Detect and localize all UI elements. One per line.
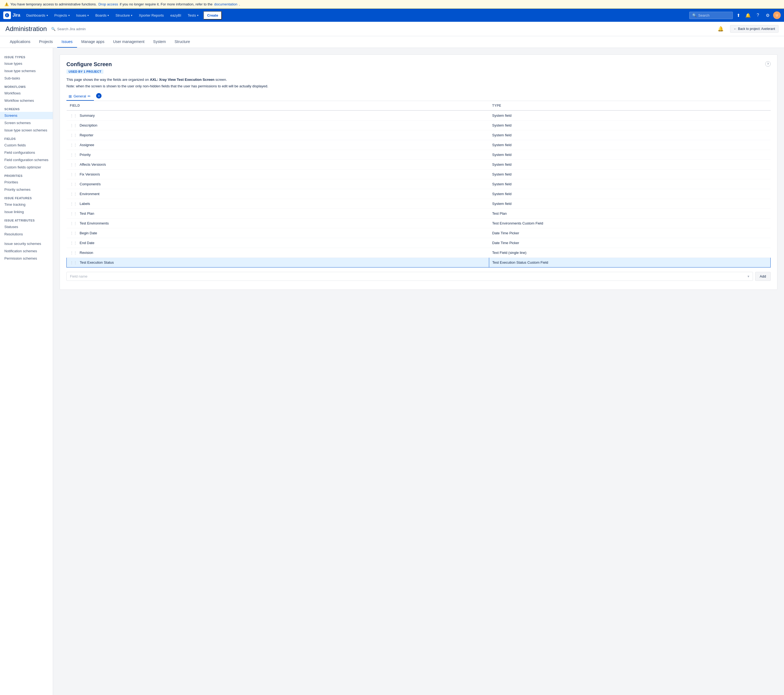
- drag-handle-icon[interactable]: ⋮⋮: [70, 113, 77, 118]
- field-name-cell: ⋮⋮ Priority: [67, 150, 489, 159]
- add-field-button[interactable]: Add: [755, 272, 771, 281]
- field-name-cell: ⋮⋮ Environment: [67, 189, 489, 199]
- table-row: ⋮⋮ Fix Version/s System field: [67, 169, 771, 179]
- tests-chevron-icon: ▾: [197, 14, 198, 17]
- table-row: ⋮⋮ Component/s System field: [67, 179, 771, 189]
- sidebar-section-title-workflows: WORKFLOWS: [0, 82, 53, 90]
- drag-handle-icon[interactable]: ⋮⋮: [70, 251, 77, 255]
- sidebar-item-screens[interactable]: Screens: [0, 112, 53, 119]
- table-row: ⋮⋮ Reporter System field: [67, 130, 771, 140]
- boards-chevron-icon: ▾: [107, 14, 109, 17]
- sidebar-item-statuses[interactable]: Statuses: [0, 223, 53, 230]
- edit-pencil-icon[interactable]: ✏: [88, 94, 91, 98]
- sidebar-item-resolutions[interactable]: Resolutions: [0, 230, 53, 238]
- field-name-cell: ⋮⋮ Revision: [67, 248, 489, 258]
- sidebar-item-notification-schemes[interactable]: Notification schemes: [0, 247, 53, 255]
- nav-item-xporter[interactable]: Xporter Reports: [136, 9, 166, 22]
- sidebar-item-field-configuration-schemes[interactable]: Field configuration schemes: [0, 156, 53, 164]
- documentation-link[interactable]: documentation: [214, 2, 237, 6]
- sidebar-item-workflow-schemes[interactable]: Workflow schemes: [0, 97, 53, 104]
- sidebar-section-issue-features: ISSUE FEATURES Time tracking Issue linki…: [0, 193, 53, 215]
- content-area: Configure Screen USED BY 1 PROJECT ? Thi…: [53, 48, 784, 695]
- tab-issues[interactable]: Issues: [57, 36, 77, 48]
- nav-item-issues[interactable]: Issues ▾: [74, 9, 92, 22]
- sidebar-item-time-tracking[interactable]: Time tracking: [0, 201, 53, 208]
- tab-projects[interactable]: Projects: [35, 36, 58, 48]
- nav-item-dashboards[interactable]: Dashboards ▾: [23, 9, 50, 22]
- nav-logo[interactable]: Jira: [3, 12, 20, 19]
- sidebar-section-issue-types: ISSUE TYPES Issue types Issue type schem…: [0, 52, 53, 82]
- drag-handle-icon[interactable]: ⋮⋮: [70, 231, 77, 235]
- field-type-cell: System field: [489, 130, 771, 140]
- field-type-cell: System field: [489, 199, 771, 209]
- field-name: Assignee: [80, 143, 94, 147]
- back-to-project-button[interactable]: ← Back to project: Axelerant: [730, 25, 779, 33]
- tab-manage-apps[interactable]: Manage apps: [77, 36, 109, 48]
- create-button[interactable]: Create: [203, 11, 222, 20]
- drag-handle-icon[interactable]: ⋮⋮: [70, 182, 77, 186]
- general-tab[interactable]: ⊞ General ✏: [66, 92, 94, 101]
- sidebar-item-priorities[interactable]: Priorities: [0, 179, 53, 186]
- table-row: ⋮⋮ Revision Text Field (single line): [67, 248, 771, 258]
- field-name: Begin Date: [80, 231, 97, 235]
- drag-handle-icon[interactable]: ⋮⋮: [70, 172, 77, 176]
- field-name-select[interactable]: Field name ▾: [66, 272, 753, 281]
- admin-header: Administration 🔍 Search Jira admin 🔔 ← B…: [0, 22, 784, 36]
- drag-handle-icon[interactable]: ⋮⋮: [70, 153, 77, 157]
- table-row: ⋮⋮ Test Environments Test Environments C…: [67, 218, 771, 228]
- admin-search[interactable]: 🔍 Search Jira admin: [51, 27, 86, 31]
- upload-icon[interactable]: ⬆: [734, 11, 743, 20]
- sidebar-item-custom-fields[interactable]: Custom fields: [0, 141, 53, 149]
- drag-handle-icon[interactable]: ⋮⋮: [70, 192, 77, 196]
- sidebar-item-screen-schemes[interactable]: Screen schemes: [0, 119, 53, 127]
- warning-end: .: [239, 2, 240, 6]
- sidebar-item-issue-types[interactable]: Issue types: [0, 60, 53, 67]
- notification-icon[interactable]: 🔔: [744, 11, 753, 20]
- field-name: Test Plan: [80, 212, 94, 215]
- drag-handle-icon[interactable]: ⋮⋮: [70, 123, 77, 127]
- sidebar-item-permission-schemes[interactable]: Permission schemes: [0, 255, 53, 262]
- nav-search[interactable]: 🔍 Search: [689, 12, 733, 19]
- drag-handle-icon[interactable]: ⋮⋮: [70, 133, 77, 137]
- sidebar-item-issue-type-screen-schemes[interactable]: Issue type screen schemes: [0, 127, 53, 134]
- field-name: Labels: [80, 202, 90, 206]
- settings-icon[interactable]: ⚙: [763, 11, 772, 20]
- drag-handle-icon[interactable]: ⋮⋮: [70, 212, 77, 215]
- nav-item-tests[interactable]: Tests ▾: [185, 9, 201, 22]
- drag-handle-icon[interactable]: ⋮⋮: [70, 143, 77, 147]
- sidebar-item-issue-linking[interactable]: Issue linking: [0, 208, 53, 215]
- tab-structure[interactable]: Structure: [170, 36, 194, 48]
- sidebar-item-custom-fields-optimizer[interactable]: Custom fields optimizer: [0, 164, 53, 171]
- tab-system[interactable]: System: [149, 36, 170, 48]
- sidebar-item-issue-security-schemes[interactable]: Issue security schemes: [0, 240, 53, 247]
- nav-item-boards[interactable]: Boards ▾: [92, 9, 112, 22]
- table-row: ⋮⋮ Summary System field: [67, 110, 771, 120]
- sidebar-item-workflows[interactable]: Workflows: [0, 90, 53, 97]
- table-row: ⋮⋮ Begin Date Date Time Picker: [67, 228, 771, 238]
- nav-item-projects[interactable]: Projects ▾: [52, 9, 72, 22]
- field-type-cell: System field: [489, 140, 771, 150]
- sidebar-item-sub-tasks[interactable]: Sub-tasks: [0, 75, 53, 82]
- add-tab-button[interactable]: +: [96, 93, 102, 99]
- field-type-cell: Test Plan: [489, 209, 771, 218]
- drag-handle-icon[interactable]: ⋮⋮: [70, 221, 77, 225]
- sidebar-item-priority-schemes[interactable]: Priority schemes: [0, 186, 53, 193]
- admin-notification-icon[interactable]: 🔔: [718, 26, 723, 32]
- user-avatar[interactable]: U: [773, 12, 781, 19]
- warning-middle: if you no longer require it. For more in…: [120, 2, 212, 6]
- field-name: Test Execution Status: [80, 260, 114, 265]
- drag-handle-icon[interactable]: ⋮⋮: [70, 163, 77, 166]
- nav-item-structure[interactable]: Structure ▾: [113, 9, 135, 22]
- drag-handle-icon[interactable]: ⋮⋮: [70, 202, 77, 206]
- drag-handle-icon[interactable]: ⋮⋮: [70, 241, 77, 245]
- configure-screen-help-icon[interactable]: ?: [765, 61, 771, 67]
- table-row: ⋮⋮ Labels System field: [67, 199, 771, 209]
- help-icon[interactable]: ?: [754, 11, 762, 20]
- tab-user-management[interactable]: User management: [109, 36, 149, 48]
- drop-access-link[interactable]: Drop access: [98, 2, 118, 6]
- tab-applications[interactable]: Applications: [5, 36, 35, 48]
- sidebar-item-issue-type-schemes[interactable]: Issue type schemes: [0, 67, 53, 75]
- drag-handle-icon[interactable]: ⋮⋮: [70, 260, 77, 265]
- nav-item-eazybi[interactable]: eazyBI: [168, 9, 184, 22]
- sidebar-item-field-configurations[interactable]: Field configurations: [0, 149, 53, 156]
